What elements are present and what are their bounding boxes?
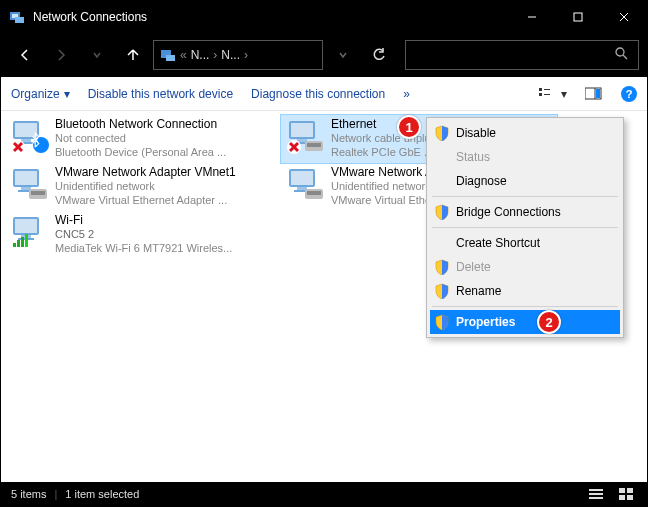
back-button[interactable] — [9, 39, 41, 71]
adapters-pane[interactable]: Bluetooth Network Connection Not connect… — [1, 111, 647, 482]
svg-rect-32 — [619, 488, 625, 493]
menu-item-disable[interactable]: Disable — [430, 121, 620, 145]
details-view-button[interactable] — [585, 485, 607, 503]
svg-rect-24 — [307, 191, 321, 195]
svg-rect-14 — [544, 94, 550, 95]
menu-item-label: Status — [456, 150, 490, 164]
large-icons-view-button[interactable] — [615, 485, 637, 503]
maximize-button[interactable] — [555, 1, 601, 33]
shield-icon — [434, 235, 450, 251]
adapter-icon — [287, 117, 327, 161]
adapter-item[interactable]: Wi-Fi CNC5 2 MediaTek Wi-Fi 6 MT7921 Wir… — [5, 211, 281, 259]
annotation-badge-1: 1 — [397, 115, 421, 139]
menu-item-label: Diagnose — [456, 174, 507, 188]
menu-separator — [432, 227, 618, 228]
chevron-right-icon: › — [213, 48, 217, 62]
breadcrumb[interactable]: « N... › N... › — [153, 40, 323, 70]
svg-rect-13 — [544, 89, 550, 90]
shield-icon — [434, 125, 450, 141]
annotation-badge-2: 2 — [537, 310, 561, 334]
organize-menu[interactable]: Organize ▾ — [11, 87, 70, 101]
svg-rect-8 — [166, 55, 175, 61]
shield-icon — [434, 204, 450, 220]
menu-item-create-shortcut[interactable]: Create Shortcut — [430, 231, 620, 255]
menu-item-properties[interactable]: Properties — [430, 310, 620, 334]
diagnose-button[interactable]: Diagnose this connection — [251, 87, 385, 101]
toolbar-overflow[interactable]: » — [403, 87, 410, 101]
adapter-name: Bluetooth Network Connection — [55, 117, 226, 131]
svg-rect-12 — [539, 93, 542, 96]
svg-rect-34 — [619, 495, 625, 500]
window-controls — [509, 1, 647, 33]
navbar: « N... › N... › — [1, 33, 647, 77]
up-button[interactable] — [117, 39, 149, 71]
minimize-button[interactable] — [509, 1, 555, 33]
svg-point-9 — [616, 48, 624, 56]
menu-separator — [432, 306, 618, 307]
network-connections-window: Network Connections « N... › N... › Orga… — [0, 0, 648, 507]
adapter-icon — [287, 165, 327, 209]
view-options-button[interactable]: ▾ — [539, 87, 567, 101]
help-button[interactable]: ? — [621, 86, 637, 102]
item-count: 5 items — [11, 488, 46, 500]
adapter-status: CNC5 2 — [55, 227, 232, 241]
adapter-name: Wi-Fi — [55, 213, 232, 227]
menu-item-label: Create Shortcut — [456, 236, 540, 250]
menu-item-label: Rename — [456, 284, 501, 298]
menu-separator — [432, 196, 618, 197]
menu-item-label: Properties — [456, 315, 515, 329]
breadcrumb-sep: « — [180, 48, 187, 62]
svg-rect-25 — [13, 243, 16, 247]
adapter-item[interactable]: VMware Network Adapter VMnet1 Unidentifi… — [5, 163, 281, 211]
svg-rect-2 — [15, 17, 24, 23]
adapter-icon — [11, 117, 51, 161]
close-button[interactable] — [601, 1, 647, 33]
svg-rect-11 — [539, 88, 542, 91]
breadcrumb-icon — [160, 47, 176, 63]
menu-item-diagnose[interactable]: Diagnose — [430, 169, 620, 193]
breadcrumb-level2[interactable]: N... — [221, 48, 240, 62]
shield-icon — [434, 149, 450, 165]
preview-pane-button[interactable] — [585, 87, 603, 101]
shield-icon — [434, 314, 450, 330]
chevron-down-icon: ▾ — [64, 87, 70, 101]
svg-rect-20 — [307, 143, 321, 147]
disable-device-button[interactable]: Disable this network device — [88, 87, 233, 101]
breadcrumb-level1[interactable]: N... — [191, 48, 210, 62]
search-icon — [615, 46, 628, 64]
menu-item-rename[interactable]: Rename — [430, 279, 620, 303]
search-input[interactable] — [405, 40, 639, 70]
adapter-name: VMware Network Adapter VMnet1 — [55, 165, 236, 179]
adapter-device: VMware Virtual Ethernet Adapter ... — [55, 193, 236, 207]
svg-rect-30 — [589, 493, 603, 495]
svg-rect-22 — [31, 191, 45, 195]
adapter-device: MediaTek Wi-Fi 6 MT7921 Wireles... — [55, 241, 232, 255]
menu-item-status: Status — [430, 145, 620, 169]
svg-line-10 — [623, 55, 627, 59]
adapter-icon — [11, 165, 51, 209]
svg-rect-33 — [627, 488, 633, 493]
adapter-device: Bluetooth Device (Personal Area ... — [55, 145, 226, 159]
breadcrumb-dropdown[interactable] — [327, 39, 359, 71]
svg-rect-28 — [25, 234, 28, 247]
forward-button[interactable] — [45, 39, 77, 71]
svg-rect-35 — [627, 495, 633, 500]
menu-item-bridge-connections[interactable]: Bridge Connections — [430, 200, 620, 224]
window-title: Network Connections — [33, 10, 509, 24]
menu-item-label: Bridge Connections — [456, 205, 561, 219]
menu-item-label: Delete — [456, 260, 491, 274]
chevron-right-icon: › — [244, 48, 248, 62]
svg-rect-26 — [17, 240, 20, 247]
adapter-item[interactable]: Bluetooth Network Connection Not connect… — [5, 115, 281, 163]
selection-count: 1 item selected — [65, 488, 139, 500]
refresh-button[interactable] — [363, 39, 395, 71]
adapter-status: Unidentified network — [55, 179, 236, 193]
chevron-down-icon: ▾ — [561, 87, 567, 101]
svg-rect-4 — [574, 13, 582, 21]
menu-item-label: Disable — [456, 126, 496, 140]
adapter-status: Not connected — [55, 131, 226, 145]
menu-item-delete: Delete — [430, 255, 620, 279]
adapter-icon — [11, 213, 51, 257]
recent-dropdown[interactable] — [81, 39, 113, 71]
context-menu: DisableStatusDiagnoseBridge ConnectionsC… — [426, 117, 624, 338]
